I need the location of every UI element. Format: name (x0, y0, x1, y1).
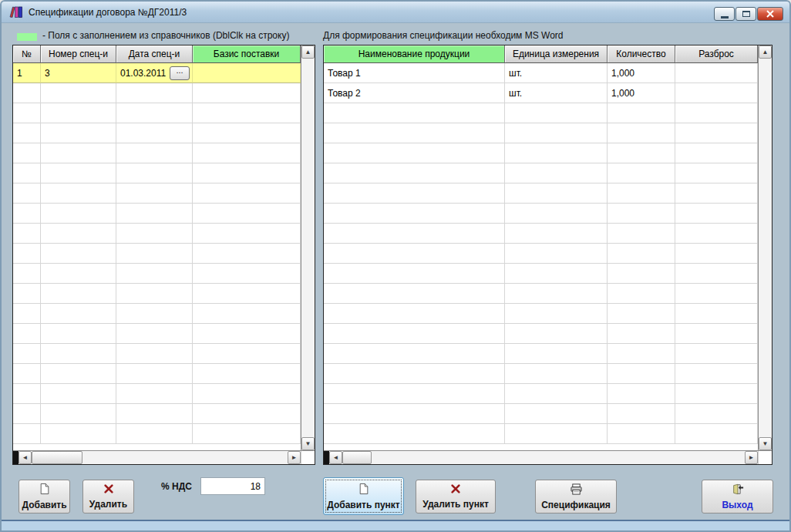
spec-table-row[interactable]: 1301.03.2011... (13, 63, 301, 83)
table-cell (608, 163, 675, 184)
hscroll-thumb[interactable] (342, 451, 372, 464)
table-cell (116, 123, 193, 143)
table-cell (675, 324, 758, 344)
table-cell (505, 344, 608, 364)
items-table-empty-row (324, 204, 758, 224)
hscroll-track[interactable] (372, 451, 745, 464)
table-cell (13, 404, 41, 424)
delete-item-label: Удалить пункт (422, 499, 489, 510)
spec-table-empty-row (13, 83, 301, 103)
scroll-up-icon[interactable]: ▲ (759, 45, 772, 59)
table-cell (41, 384, 116, 404)
table-cell (116, 184, 193, 204)
items-table-row[interactable]: Товар 2шт.1,000 (324, 83, 758, 103)
scroll-down-icon[interactable]: ▼ (759, 437, 772, 450)
table-cell (13, 364, 41, 384)
table-cell (324, 304, 505, 324)
table-cell (41, 204, 116, 224)
scroll-left-icon[interactable]: ◄ (329, 451, 342, 464)
items-table-empty-row (324, 123, 758, 143)
delete-spec-button[interactable]: Удалить (82, 480, 134, 513)
table-cell (608, 424, 675, 444)
table-cell (324, 344, 505, 364)
specification-button[interactable]: Спецификация (535, 480, 617, 513)
table-cell (116, 364, 193, 384)
table-cell (608, 304, 675, 324)
table-cell (41, 364, 116, 384)
window-title: Спецификации договора №ДГ2011/3 (29, 7, 187, 18)
add-item-button[interactable]: Добавить пункт (323, 477, 404, 515)
table-cell (675, 204, 758, 224)
items-table-hscrollbar[interactable]: ◄ ► (324, 450, 772, 464)
table-cell (675, 364, 758, 384)
scroll-up-icon[interactable]: ▲ (301, 45, 315, 59)
scrollbar-corner (301, 451, 315, 464)
table-cell (193, 284, 301, 304)
table-cell (116, 204, 193, 224)
table-cell (505, 103, 608, 123)
spec-table-vscrollbar[interactable]: ▲ ▼ (301, 45, 315, 450)
scroll-right-icon[interactable]: ► (288, 451, 301, 464)
column-header-product-name[interactable]: Наименование продукции (324, 45, 505, 63)
hscroll-track[interactable] (82, 451, 288, 464)
table-cell (675, 103, 758, 123)
column-header-unit[interactable]: Единица измерения (505, 45, 608, 63)
scroll-left-icon[interactable]: ◄ (19, 451, 32, 464)
scroll-down-icon[interactable]: ▼ (301, 437, 315, 450)
spec-table-empty-row (13, 224, 301, 244)
maximize-icon (742, 11, 750, 17)
spec-table-empty-row (13, 284, 301, 304)
maximize-button[interactable] (735, 7, 756, 21)
books-app-icon (9, 6, 23, 19)
scroll-right-icon[interactable]: ► (745, 451, 758, 464)
table-cell (193, 224, 301, 244)
table-cell (13, 344, 41, 364)
vat-input[interactable] (200, 477, 265, 495)
items-table-row[interactable]: Товар 1шт.1,000 (324, 63, 758, 83)
items-table-empty-row (324, 264, 758, 284)
table-cell (116, 143, 193, 163)
items-table-vscrollbar[interactable]: ▲ ▼ (758, 45, 772, 450)
table-cell (193, 123, 301, 143)
table-cell (116, 304, 193, 324)
table-cell (13, 103, 41, 123)
table-cell (41, 103, 116, 123)
green-legend-swatch (17, 33, 37, 41)
column-header-number[interactable]: № (13, 45, 41, 63)
hscroll-thumb[interactable] (32, 451, 82, 464)
column-header-delivery-basis[interactable]: Базис поставки (193, 45, 301, 63)
column-header-spec-number[interactable]: Номер спец-и (41, 45, 116, 63)
date-picker-button[interactable]: ... (170, 66, 190, 80)
table-cell (13, 123, 41, 143)
table-cell (41, 264, 116, 284)
spec-table-hscrollbar[interactable]: ◄ ► (13, 450, 315, 464)
table-cell: шт. (505, 63, 608, 83)
table-cell (324, 404, 505, 424)
spec-table-empty-row (13, 204, 301, 224)
table-cell (608, 264, 675, 284)
table-cell (116, 344, 193, 364)
items-table-empty-row (324, 384, 758, 404)
app-window: Спецификации договора №ДГ2011/3 - Поля с… (0, 0, 791, 532)
titlebar[interactable]: Спецификации договора №ДГ2011/3 (2, 2, 789, 23)
close-button[interactable] (757, 7, 783, 21)
delete-item-button[interactable]: Удалить пункт (416, 480, 496, 513)
table-cell (41, 304, 116, 324)
table-cell (193, 143, 301, 163)
table-cell (13, 163, 41, 184)
column-header-quantity[interactable]: Количество (608, 45, 675, 63)
table-cell (675, 143, 758, 163)
table-cell: шт. (505, 83, 608, 103)
table-cell (675, 184, 758, 204)
spec-table-empty-row (13, 244, 301, 264)
table-cell (13, 284, 41, 304)
table-cell (13, 264, 41, 284)
table-cell (505, 224, 608, 244)
minimize-button[interactable] (714, 7, 735, 21)
add-spec-button[interactable]: Добавить (19, 480, 70, 513)
column-header-spec-date[interactable]: Дата спец-и (116, 45, 193, 63)
column-header-spread[interactable]: Разброс (675, 45, 758, 63)
table-cell (116, 224, 193, 244)
spec-table-empty-row (13, 364, 301, 384)
exit-button[interactable]: Выход (702, 480, 773, 513)
